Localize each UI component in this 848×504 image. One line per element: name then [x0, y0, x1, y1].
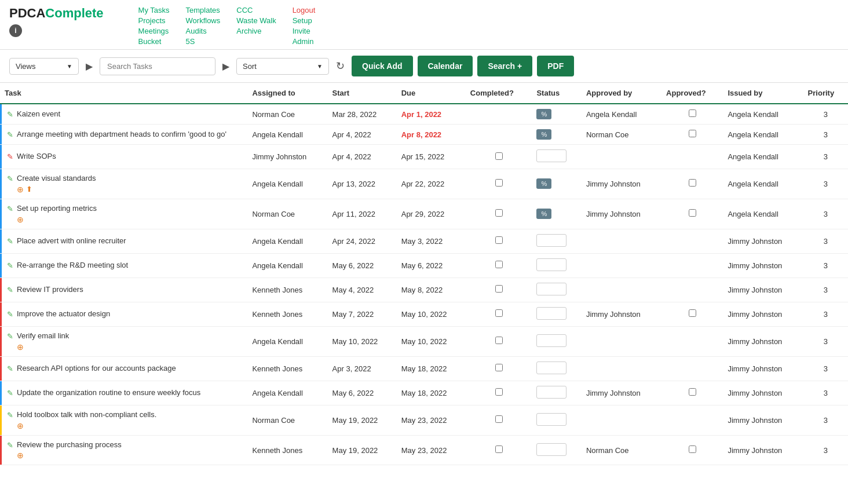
issued-by-cell: Jimmy Johnston [723, 302, 803, 326]
approved-by-cell: Jimmy Johnston [582, 169, 661, 199]
plus-icon[interactable]: ⊕ [17, 185, 24, 194]
completed-checkbox[interactable] [495, 285, 503, 293]
edit-icon[interactable]: ✎ [7, 364, 13, 373]
completed-checkbox[interactable] [495, 179, 503, 187]
nav-waste-walk[interactable]: Waste Walk [236, 16, 276, 25]
approved-cell[interactable] [661, 381, 723, 405]
nav-col-2: Templates Workflows Audits 5S [186, 6, 221, 46]
completed-cell[interactable] [466, 145, 532, 169]
search-plus-button[interactable]: Search + [477, 56, 532, 76]
approved-cell[interactable] [661, 277, 723, 302]
nav-ccc[interactable]: CCC [236, 6, 276, 14]
completed-cell[interactable] [466, 381, 532, 405]
edit-icon[interactable]: ✎ [7, 261, 13, 270]
completed-checkbox[interactable] [495, 309, 503, 317]
edit-icon[interactable]: ✎ [7, 389, 13, 397]
nav-admin[interactable]: Admin [293, 37, 316, 46]
completed-checkbox[interactable] [495, 261, 503, 268]
completed-checkbox[interactable] [495, 152, 503, 160]
approved-cell[interactable] [661, 229, 723, 253]
views-dropdown[interactable]: Views ▼ [9, 58, 79, 75]
table-row: ✎Set up reporting metrics⊕Norman CoeApr … [0, 199, 848, 229]
approved-cell[interactable] [661, 104, 723, 125]
approved-cell[interactable] [661, 145, 723, 169]
edit-icon[interactable]: ✎ [7, 332, 13, 341]
sort-arrow-btn[interactable]: ▶ [220, 59, 232, 74]
approved-cell[interactable] [661, 326, 723, 356]
completed-checkbox[interactable] [495, 388, 503, 396]
completed-cell[interactable] [466, 229, 532, 253]
approved-checkbox[interactable] [689, 179, 696, 187]
completed-cell[interactable] [466, 104, 532, 125]
completed-cell[interactable] [466, 125, 532, 145]
completed-cell[interactable] [466, 435, 532, 465]
nav-archive[interactable]: Archive [236, 27, 276, 35]
search-tasks-input[interactable] [100, 57, 215, 75]
sort-dropdown[interactable]: Sort ▼ [236, 58, 329, 75]
nav-setup[interactable]: Setup [293, 16, 316, 25]
completed-checkbox[interactable] [495, 415, 503, 423]
approved-cell[interactable] [661, 125, 723, 145]
edit-icon[interactable]: ✎ [7, 130, 13, 139]
completed-checkbox[interactable] [495, 209, 503, 217]
edit-icon[interactable]: ✎ [7, 174, 13, 183]
approved-checkbox[interactable] [689, 309, 696, 317]
due-cell: May 3, 2022 [397, 229, 466, 253]
quick-add-button[interactable]: Quick Add [352, 56, 413, 76]
completed-cell[interactable] [466, 326, 532, 356]
plus-icon[interactable]: ⊕ [17, 342, 24, 352]
nav-logout[interactable]: Logout [293, 6, 316, 14]
nav-meetings[interactable]: Meetings [138, 27, 170, 35]
nav-projects[interactable]: Projects [138, 16, 170, 25]
calendar-button[interactable]: Calendar [418, 56, 473, 76]
approved-cell[interactable] [661, 435, 723, 465]
edit-icon[interactable]: ✎ [7, 237, 13, 246]
plus-icon[interactable]: ⊕ [17, 215, 24, 224]
approved-checkbox[interactable] [689, 109, 696, 117]
nav-workflows[interactable]: Workflows [186, 16, 221, 25]
completed-checkbox[interactable] [495, 364, 503, 371]
completed-cell[interactable] [466, 253, 532, 277]
completed-cell[interactable] [466, 169, 532, 199]
completed-cell[interactable] [466, 199, 532, 229]
nav-templates[interactable]: Templates [186, 6, 221, 14]
nav-5s[interactable]: 5S [186, 37, 221, 46]
refresh-button[interactable]: ↻ [334, 57, 347, 75]
approved-cell[interactable] [661, 405, 723, 435]
approved-cell[interactable] [661, 356, 723, 381]
views-arrow-btn[interactable]: ▶ [83, 59, 95, 74]
nav-invite[interactable]: Invite [293, 27, 316, 35]
edit-icon[interactable]: ✎ [7, 110, 13, 119]
edit-icon[interactable]: ✎ [7, 152, 13, 161]
status-cell: % [532, 104, 581, 125]
edit-icon[interactable]: ✎ [7, 441, 13, 450]
edit-icon[interactable]: ✎ [7, 411, 13, 419]
nav-audits[interactable]: Audits [186, 27, 221, 35]
completed-cell[interactable] [466, 405, 532, 435]
info-icon[interactable]: i [9, 24, 22, 37]
nav-my-tasks[interactable]: My Tasks [138, 6, 170, 14]
completed-cell[interactable] [466, 277, 532, 302]
plus-icon[interactable]: ⊕ [17, 421, 24, 430]
approved-checkbox[interactable] [689, 388, 696, 396]
approved-checkbox[interactable] [689, 445, 696, 453]
pdf-button[interactable]: PDF [537, 56, 574, 76]
approved-cell[interactable] [661, 199, 723, 229]
plus-icon[interactable]: ⊕ [17, 451, 24, 460]
approved-cell[interactable] [661, 169, 723, 199]
edit-icon[interactable]: ✎ [7, 204, 13, 213]
issued-by-cell: Angela Kendall [723, 169, 803, 199]
approved-cell[interactable] [661, 253, 723, 277]
completed-cell[interactable] [466, 302, 532, 326]
approved-checkbox[interactable] [689, 209, 696, 217]
upload-icon[interactable]: ⬆ [26, 185, 32, 194]
completed-checkbox[interactable] [495, 445, 503, 453]
edit-icon[interactable]: ✎ [7, 286, 13, 294]
approved-cell[interactable] [661, 302, 723, 326]
completed-checkbox[interactable] [495, 236, 503, 244]
edit-icon[interactable]: ✎ [7, 310, 13, 319]
approved-checkbox[interactable] [689, 130, 696, 137]
nav-bucket[interactable]: Bucket [138, 37, 170, 46]
completed-checkbox[interactable] [495, 337, 503, 344]
completed-cell[interactable] [466, 356, 532, 381]
